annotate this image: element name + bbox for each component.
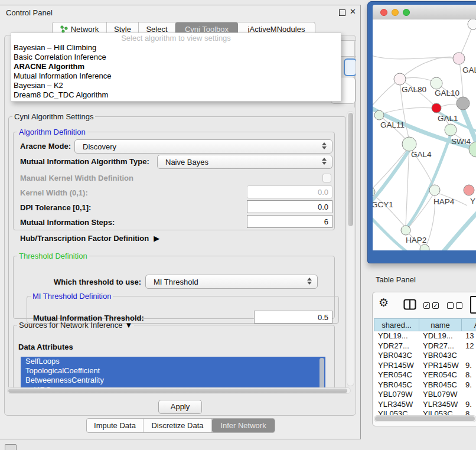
cell[interactable]: YBL079W xyxy=(374,390,419,400)
table-row[interactable]: YDL19... YDL19... 13 xyxy=(374,331,476,341)
scrollbar-thumb[interactable] xyxy=(348,113,353,226)
network-canvas[interactable]: GAL GAL80 GAL10 GAL1 GAL11 SWI4 GAL4 GCY… xyxy=(373,19,476,250)
node-gal11[interactable] xyxy=(374,110,384,120)
manual-kernel-checkbox[interactable] xyxy=(322,174,331,182)
cell[interactable]: YBR043C xyxy=(374,351,419,361)
table-row[interactable]: YLR345W YLR345W 9. xyxy=(374,400,476,410)
table-row[interactable]: YBR045C YBR045C 9. xyxy=(374,380,476,390)
kernel-width-field: 0.0 xyxy=(247,185,332,198)
list-item[interactable]: BetweennessCentrality xyxy=(21,376,325,385)
cell[interactable]: 9. xyxy=(461,400,476,410)
collapse-arrow-icon[interactable]: ▼ xyxy=(125,321,133,330)
list-scrollbar[interactable] xyxy=(319,358,324,387)
close-panel-icon[interactable]: ✕ xyxy=(350,7,356,16)
dropdown-item[interactable]: Basic Correlation Inference xyxy=(11,53,341,62)
cell[interactable]: YBR045C xyxy=(419,380,461,390)
node-bottom-cut[interactable] xyxy=(420,244,429,250)
cell[interactable] xyxy=(461,390,476,400)
node-salmon[interactable] xyxy=(464,185,474,195)
cell[interactable]: YBL079W xyxy=(419,390,461,400)
cell[interactable]: YER054C xyxy=(419,370,461,380)
tab-label: Impute Data xyxy=(94,421,136,430)
apply-button[interactable]: Apply xyxy=(158,400,202,414)
settings-vertical-scrollbar[interactable] xyxy=(347,111,354,386)
data-attributes-list[interactable]: SelfLoops TopologicalCoefficient Between… xyxy=(21,357,325,387)
cell[interactable]: 8. xyxy=(461,370,476,380)
column-header[interactable]: name xyxy=(419,318,461,331)
node-gal10[interactable] xyxy=(431,77,442,89)
network-window-titlebar[interactable] xyxy=(373,5,476,20)
dropdown-item-selected[interactable]: ARACNE Algorithm xyxy=(11,62,341,71)
table-row[interactable]: YPR145W YPR145W 9. xyxy=(374,361,476,371)
cell[interactable]: YPR145W xyxy=(374,361,419,371)
hub-transcription-factor-section[interactable]: Hub/Transcription Factor Definition▶ xyxy=(20,234,159,243)
mac-zoom-button[interactable] xyxy=(403,9,410,16)
manual-kernel-label: Manual Kernel Width Definition xyxy=(20,174,133,182)
mac-close-button[interactable] xyxy=(380,9,387,16)
tab-infer-network[interactable]: Infer Network xyxy=(212,419,275,432)
dpi-tolerance-field[interactable]: 0.0 xyxy=(247,200,332,213)
node-gal1-red[interactable] xyxy=(432,103,441,113)
mi-algorithm-type-combobox[interactable]: Naive Bayes xyxy=(157,155,332,169)
expand-arrow-icon[interactable]: ▶ xyxy=(154,234,159,243)
cell[interactable]: YPR145W xyxy=(419,361,461,371)
node-gal80[interactable] xyxy=(394,73,406,85)
deselect-checkbox-icon[interactable] xyxy=(456,302,462,309)
cell[interactable]: YDR27... xyxy=(419,341,461,351)
column-header[interactable]: A xyxy=(461,318,476,331)
mi-steps-field[interactable]: 6 xyxy=(247,215,332,228)
scrollbar-thumb[interactable] xyxy=(375,416,475,421)
dropdown-item[interactable]: Bayesian – K2 xyxy=(11,81,341,90)
minimized-panel-icon[interactable] xyxy=(5,444,17,450)
network-view-window[interactable]: GAL GAL80 GAL10 GAL1 GAL11 SWI4 GAL4 GCY… xyxy=(367,1,476,263)
column-header[interactable]: shared... xyxy=(374,318,419,331)
cell[interactable]: YDL19... xyxy=(374,331,419,341)
cell[interactable]: YLR345W xyxy=(419,400,461,410)
dropdown-item[interactable]: Mutual Information Inference xyxy=(11,71,341,81)
float-window-icon[interactable] xyxy=(339,9,345,16)
node-pink[interactable] xyxy=(453,53,465,64)
cell[interactable] xyxy=(461,351,476,361)
table-document-icon[interactable] xyxy=(470,296,476,314)
node-gal4[interactable] xyxy=(402,137,416,151)
node-top-cut[interactable] xyxy=(468,19,476,30)
node-hap4[interactable] xyxy=(429,185,440,195)
cell[interactable]: YDL19... xyxy=(419,331,461,341)
table-row[interactable]: YBL079W YBL079W xyxy=(374,390,476,400)
cell[interactable]: YBR045C xyxy=(374,380,419,390)
node-swi4[interactable] xyxy=(445,124,457,136)
cell[interactable]: YDR27... xyxy=(374,341,419,351)
node-hap2[interactable] xyxy=(401,226,410,235)
cell[interactable]: 9. xyxy=(461,361,476,371)
table-row[interactable]: YER054C YER054C 8. xyxy=(374,370,476,380)
settings-horizontal-scrollbar[interactable] xyxy=(7,387,351,394)
dropdown-item[interactable]: Bayesian – Hill Climbing xyxy=(11,43,341,53)
select-all-checkbox-icon[interactable]: ✓ xyxy=(423,302,430,309)
mac-minimize-button[interactable] xyxy=(392,9,399,16)
cell[interactable]: 9. xyxy=(461,380,476,390)
cell[interactable]: YER054C xyxy=(374,370,419,380)
node-gray[interactable] xyxy=(457,97,470,110)
tab-discretize-data[interactable]: Discretize Data xyxy=(144,419,212,432)
group-title: Threshold Definition xyxy=(17,252,89,260)
table-row[interactable]: YBR043C YBR043C xyxy=(374,351,476,361)
dropdown-item[interactable]: Dream8 DC_TDC Algorithm xyxy=(11,90,341,100)
cell[interactable]: 13 xyxy=(461,331,476,341)
table-horizontal-scrollbar[interactable] xyxy=(374,415,476,422)
network-nodes[interactable] xyxy=(373,19,476,250)
which-threshold-combobox[interactable]: MI Threshold xyxy=(145,275,318,289)
deselect-checkbox-icon[interactable] xyxy=(447,302,454,309)
list-item[interactable]: SelfLoops xyxy=(21,357,325,366)
scrollbar-thumb[interactable] xyxy=(8,389,347,393)
tab-impute-data[interactable]: Impute Data xyxy=(87,419,144,432)
table-row[interactable]: YDR27... YDR27... 12 xyxy=(374,341,476,351)
gear-icon[interactable]: ⚙ xyxy=(379,297,389,309)
cell[interactable]: 12 xyxy=(461,341,476,351)
cell[interactable]: YBR043C xyxy=(419,351,461,361)
column-layout-icon[interactable] xyxy=(403,299,416,310)
select-all-checkbox-icon[interactable]: ✓ xyxy=(432,302,439,309)
cell[interactable]: YLR345W xyxy=(374,400,419,410)
aracne-mode-combobox[interactable]: Discovery xyxy=(74,139,332,154)
list-item[interactable]: TopologicalCoefficient xyxy=(21,366,325,376)
cyni-bottom-tabbar: Impute Data Discretize Data Infer Networ… xyxy=(86,418,275,433)
